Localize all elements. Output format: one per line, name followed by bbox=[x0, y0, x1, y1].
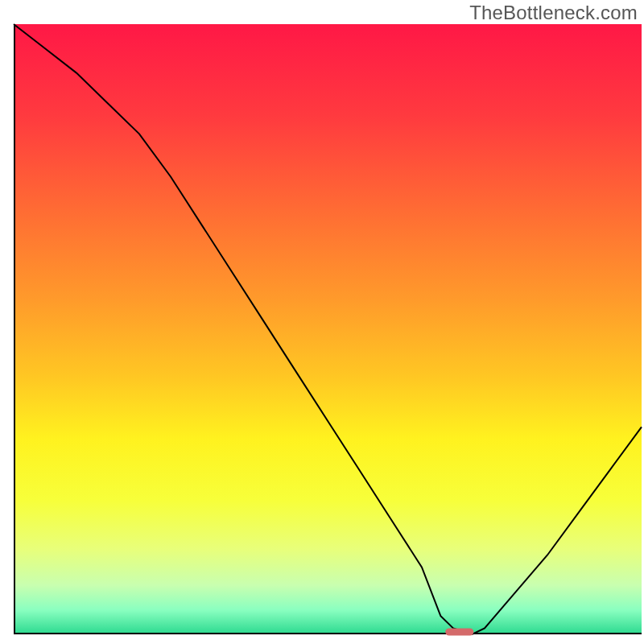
chart-baseline bbox=[14, 633, 642, 634]
chart-background bbox=[14, 24, 642, 634]
marker-pill bbox=[445, 628, 473, 635]
bottleneck-chart bbox=[0, 0, 644, 644]
chart-left-frame bbox=[14, 24, 15, 634]
chart-container: TheBottleneck.com bbox=[0, 0, 644, 644]
